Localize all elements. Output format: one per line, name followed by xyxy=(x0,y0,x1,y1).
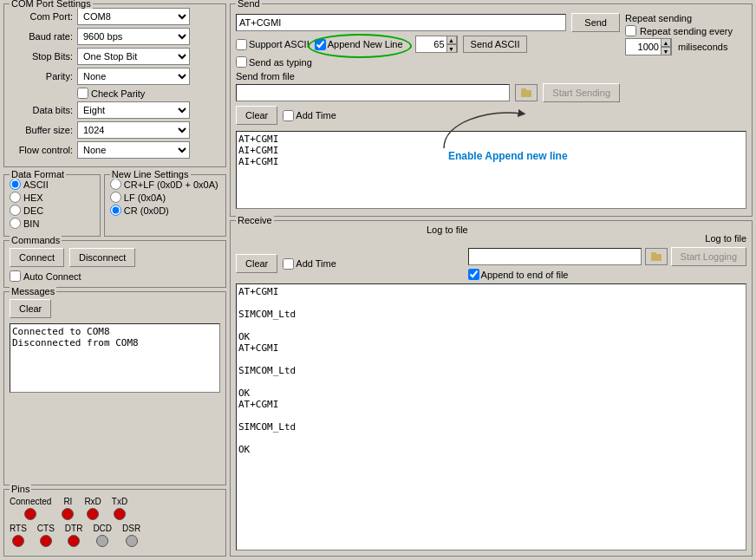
messages-textarea[interactable] xyxy=(10,323,220,393)
ascii-spinbox-up[interactable]: ▲ xyxy=(446,36,457,44)
auto-connect-checkbox[interactable] xyxy=(10,270,21,282)
log-browse-button[interactable] xyxy=(645,248,668,265)
messages-clear-button[interactable]: Clear xyxy=(10,299,51,318)
cr-radio[interactable] xyxy=(110,205,121,216)
pins-title: Pins xyxy=(10,484,31,494)
svg-rect-1 xyxy=(521,88,526,91)
send-command-input[interactable] xyxy=(236,14,566,31)
send-title: Send xyxy=(236,0,262,9)
start-logging-button[interactable]: Start Logging xyxy=(671,247,746,266)
repeat-ms-up[interactable]: ▲ xyxy=(661,38,671,47)
cr-label: CR (0x0D) xyxy=(124,205,169,216)
parity-label: Parity: xyxy=(10,71,77,81)
disconnect-button[interactable]: Disconnect xyxy=(69,248,135,267)
lf-radio[interactable] xyxy=(110,192,121,203)
send-as-typing-label[interactable]: Send as typing xyxy=(236,56,312,68)
send-as-typing-checkbox[interactable] xyxy=(236,56,247,68)
auto-connect-label[interactable]: Auto Connect xyxy=(10,270,220,282)
dec-radio[interactable] xyxy=(10,205,21,216)
receive-add-time-checkbox[interactable] xyxy=(283,258,294,270)
connect-button[interactable]: Connect xyxy=(10,248,64,267)
pin-ri-label: RI xyxy=(63,497,72,506)
baud-rate-label: Baud rate: xyxy=(10,31,77,42)
lf-label: LF (0x0A) xyxy=(124,192,166,203)
ascii-label: ASCII xyxy=(23,179,49,190)
hex-radio[interactable] xyxy=(10,192,21,203)
send-button[interactable]: Send xyxy=(571,13,620,32)
pin-cts-light xyxy=(40,535,52,547)
send-ascii-button[interactable]: Send ASCII xyxy=(463,36,528,53)
repeat-sending-title: Repeat sending xyxy=(625,13,692,23)
crlf-radio[interactable] xyxy=(110,179,121,190)
pin-rts-label: RTS xyxy=(10,524,27,533)
pin-dtr-light xyxy=(68,535,80,547)
ascii-radio[interactable] xyxy=(10,179,21,190)
send-add-time-label[interactable]: Add Time xyxy=(283,110,336,121)
receive-textarea[interactable]: AT+CGMI SIMCOM_Ltd OK AT+CGMI SIMCOM_Ltd… xyxy=(236,283,746,550)
new-line-title: New Line Settings xyxy=(110,169,191,179)
repeat-ms-label: miliseconds xyxy=(678,42,727,52)
com-port-label: Com Port: xyxy=(10,11,77,22)
svg-rect-0 xyxy=(521,90,531,97)
pin-connected-label: Connected xyxy=(10,497,51,506)
data-bits-select[interactable]: Eight xyxy=(77,101,190,119)
dec-label: DEC xyxy=(23,205,43,216)
folder-icon xyxy=(521,88,531,97)
messages-title: Messages xyxy=(10,286,56,296)
support-ascii-label[interactable]: Support ASCII xyxy=(236,39,310,50)
send-clear-button[interactable]: Clear xyxy=(236,106,277,125)
ascii-value-input[interactable] xyxy=(416,36,446,52)
receive-clear-button[interactable]: Clear xyxy=(236,254,277,273)
append-end-label[interactable]: Append to end of file xyxy=(468,269,569,280)
pin-cts-label: CTS xyxy=(37,524,55,533)
pin-dsr-label: DSR xyxy=(122,524,140,533)
ascii-spinbox-down[interactable]: ▼ xyxy=(446,44,457,53)
check-parity-checkbox-label[interactable]: Check Parity xyxy=(77,88,220,99)
pin-ri-light xyxy=(62,508,74,520)
hex-label: HEX xyxy=(23,192,43,203)
flow-control-select[interactable]: None xyxy=(77,141,190,159)
pin-rxd-label: RxD xyxy=(84,497,101,506)
repeat-ms-input[interactable] xyxy=(626,39,661,55)
pin-txd-label: TxD xyxy=(112,497,127,506)
receive-add-time-label[interactable]: Add Time xyxy=(283,258,336,270)
buffer-size-label: Buffer size: xyxy=(10,125,77,135)
support-ascii-checkbox[interactable] xyxy=(236,39,247,50)
start-sending-button[interactable]: Start Sending xyxy=(543,83,620,102)
log-folder-icon xyxy=(651,252,662,261)
log-file-path-input[interactable] xyxy=(468,248,642,265)
send-file-browse-button[interactable] xyxy=(515,84,538,101)
send-textarea[interactable]: AT+CGMI AI+CGMI AI+CGMI xyxy=(236,131,746,209)
append-end-checkbox[interactable] xyxy=(468,269,479,280)
commands-title: Commands xyxy=(10,235,62,245)
check-parity-checkbox[interactable] xyxy=(77,88,88,99)
send-from-file-label: Send from file xyxy=(236,71,295,81)
ascii-spinbox[interactable]: ▲ ▼ xyxy=(415,36,458,53)
append-newline-checkbox[interactable] xyxy=(315,39,326,50)
crlf-label: CR+LF (0x0D + 0x0A) xyxy=(124,179,218,190)
send-file-path-input[interactable] xyxy=(236,84,510,101)
data-bits-label: Data bits: xyxy=(10,105,77,115)
baud-rate-select[interactable]: 9600 bps xyxy=(77,28,190,45)
flow-control-label: Flow control: xyxy=(10,145,77,155)
svg-rect-3 xyxy=(651,254,662,261)
com-port-select[interactable]: COM8 xyxy=(77,8,190,25)
data-format-title: Data Format xyxy=(10,169,66,179)
append-newline-label[interactable]: Append New Line xyxy=(315,39,403,50)
pin-rxd-light xyxy=(87,508,99,520)
pin-dsr-light xyxy=(126,535,138,547)
stop-bits-label: Stop Bits: xyxy=(10,51,77,62)
bin-label: BIN xyxy=(23,218,39,229)
bin-radio[interactable] xyxy=(10,218,21,229)
buffer-size-select[interactable]: 1024 xyxy=(77,121,190,139)
log-to-file-title: Log to file xyxy=(705,233,746,244)
pin-txd-light xyxy=(114,508,126,520)
repeat-every-checkbox[interactable] xyxy=(625,25,636,36)
pin-dcd-light xyxy=(96,535,108,547)
pin-connected-light xyxy=(24,508,36,520)
repeat-ms-down[interactable]: ▼ xyxy=(661,47,671,55)
send-add-time-checkbox[interactable] xyxy=(283,110,294,121)
repeat-ms-spinbox[interactable]: ▲ ▼ xyxy=(625,38,672,55)
stop-bits-select[interactable]: One Stop Bit xyxy=(77,48,190,65)
parity-select[interactable]: None xyxy=(77,68,190,85)
